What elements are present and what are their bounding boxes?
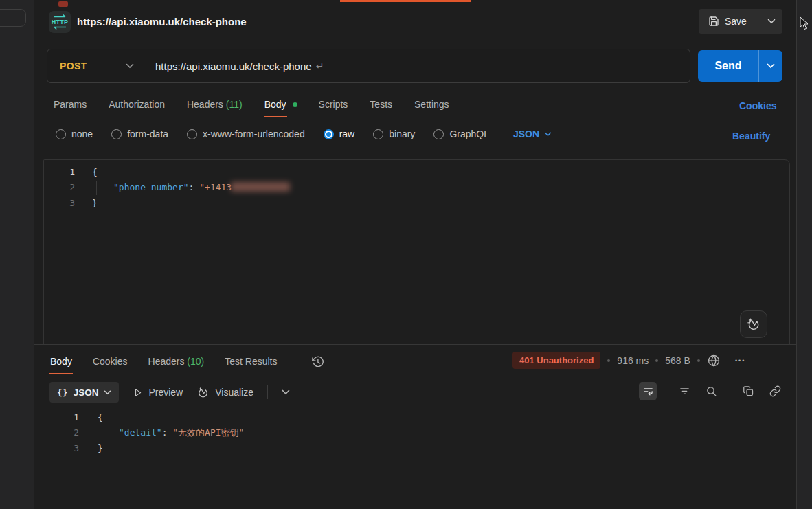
tab-scripts[interactable]: Scripts — [318, 92, 349, 117]
save-button[interactable]: Save — [699, 9, 760, 34]
radio-icon — [187, 129, 197, 139]
link-button[interactable] — [767, 382, 785, 400]
beautify-link[interactable]: Beautify — [732, 131, 770, 142]
method-selector-value[interactable]: POST — [47, 60, 116, 71]
response-tab-cookies[interactable]: Cookies — [92, 349, 128, 374]
response-time[interactable]: 916 ms — [617, 355, 649, 366]
visualize-button[interactable]: Visualize — [196, 386, 253, 399]
filter-button[interactable] — [675, 382, 693, 400]
response-headers-count: (10) — [187, 356, 204, 367]
radio-icon — [433, 129, 444, 139]
request-json-code: 1 { 2 "phone_number": "+1413 3 } — [44, 164, 776, 211]
network-globe-icon[interactable] — [707, 354, 721, 367]
divider — [267, 385, 268, 399]
code-line: 2 "detail": "无效的API密钥" — [43, 425, 790, 441]
response-meta-bar: 401 Unauthorized 916 ms 568 B ••• — [512, 352, 745, 369]
http-request-icon: HTTP — [49, 11, 71, 33]
search-button[interactable] — [703, 382, 721, 400]
tab-params[interactable]: Params — [53, 92, 87, 117]
radio-x-www-form-urlencoded[interactable]: x-www-form-urlencoded — [187, 128, 305, 139]
preview-button[interactable]: Preview — [133, 387, 183, 398]
line-number: 1 — [44, 167, 75, 177]
tab-settings[interactable]: Settings — [414, 92, 450, 117]
wrap-text-button[interactable] — [639, 382, 657, 400]
divider — [666, 385, 666, 398]
url-return-glyph: ↵ — [316, 60, 324, 71]
radio-icon — [56, 129, 66, 139]
save-button-label: Save — [725, 16, 747, 27]
cookies-link[interactable]: Cookies — [739, 100, 776, 111]
response-actions — [639, 382, 785, 400]
wrap-text-icon — [642, 385, 654, 397]
radio-form-data[interactable]: form-data — [111, 128, 168, 139]
visualize-sparkle-icon — [196, 386, 210, 399]
divider — [730, 385, 730, 398]
response-body-viewer[interactable]: 1 { 2 "detail": "无效的API密钥" 3 } — [43, 409, 790, 456]
response-tab-bar: Body Cookies Headers (10) Test Results — [49, 349, 324, 374]
history-icon[interactable] — [311, 355, 324, 368]
tab-body[interactable]: Body — [264, 92, 297, 117]
code-line: 3 } — [43, 440, 790, 456]
body-type-selector: none form-data x-www-form-urlencoded raw… — [56, 128, 552, 139]
method-selector-dropdown[interactable] — [116, 63, 144, 69]
save-button-group: Save — [699, 9, 782, 34]
request-tab-bar: Params Authorization Headers (11) Body S… — [53, 92, 450, 117]
code-line: 1 { — [44, 164, 776, 180]
line-number: 3 — [44, 198, 75, 208]
http-icon-label: HTTP — [49, 19, 71, 25]
code-line: 3 } — [44, 195, 776, 211]
url-input[interactable]: https://api.xiaomu.uk/check-phone — [155, 60, 312, 72]
response-size[interactable]: 568 B — [665, 355, 690, 366]
send-button[interactable]: Send — [698, 60, 758, 72]
radio-icon — [111, 129, 122, 139]
send-button-group: Send — [698, 50, 782, 82]
dot-separator — [697, 359, 700, 362]
chevron-down-icon[interactable] — [282, 389, 290, 395]
response-json-code: 1 { 2 "detail": "无效的API密钥" 3 } — [43, 409, 790, 456]
send-dropdown-button[interactable] — [759, 63, 782, 69]
response-format-dropdown[interactable]: {} JSON — [49, 382, 119, 403]
response-tab-test-results[interactable]: Test Results — [224, 349, 278, 374]
link-icon — [769, 385, 781, 397]
radio-none[interactable]: none — [56, 128, 93, 139]
right-sidebar-rail — [796, 0, 812, 509]
tab-authorization[interactable]: Authorization — [108, 92, 166, 117]
tab-tests[interactable]: Tests — [369, 92, 393, 117]
postbot-button[interactable] — [740, 310, 767, 338]
radio-raw[interactable]: raw — [324, 128, 355, 139]
save-dropdown-button[interactable] — [760, 9, 782, 34]
language-dropdown[interactable]: JSON — [513, 128, 552, 139]
dot-separator — [607, 359, 610, 362]
response-tab-headers[interactable]: Headers (10) — [148, 349, 205, 374]
more-options-icon[interactable]: ••• — [735, 357, 745, 364]
sidebar-partial-item[interactable] — [0, 9, 26, 27]
headers-count: (11) — [226, 99, 243, 110]
chevron-down-icon — [104, 390, 111, 395]
radio-graphql[interactable]: GraphQL — [433, 128, 489, 139]
status-badge[interactable]: 401 Unauthorized — [512, 352, 600, 369]
copy-button[interactable] — [739, 382, 757, 400]
left-sidebar-rail — [0, 0, 34, 509]
tab-headers[interactable]: Headers (11) — [186, 92, 243, 117]
body-modified-dot — [293, 102, 297, 107]
radio-icon-selected — [324, 129, 334, 139]
radio-icon — [373, 129, 383, 139]
indent-guide — [102, 426, 102, 440]
divider — [300, 354, 300, 368]
dot-separator — [655, 359, 658, 362]
editor-scroll-gutter — [778, 161, 778, 344]
request-title: https://api.xiaomu.uk/check-phone — [77, 16, 247, 27]
chevron-down-icon — [767, 63, 775, 69]
code-line: 1 { — [43, 409, 790, 425]
chevron-down-icon — [544, 132, 552, 137]
app-window: HTTP https://api.xiaomu.uk/check-phone S… — [0, 0, 812, 509]
response-tab-body[interactable]: Body — [49, 349, 73, 374]
request-body-editor[interactable]: 1 { 2 "phone_number": "+1413 3 } — [43, 159, 790, 344]
filter-icon — [679, 385, 690, 397]
chevron-down-icon — [767, 19, 776, 24]
active-tab-indicator — [340, 0, 471, 2]
divider — [728, 354, 728, 367]
line-number: 1 — [43, 412, 79, 422]
radio-binary[interactable]: binary — [373, 128, 415, 139]
braces-icon: {} — [57, 387, 68, 398]
